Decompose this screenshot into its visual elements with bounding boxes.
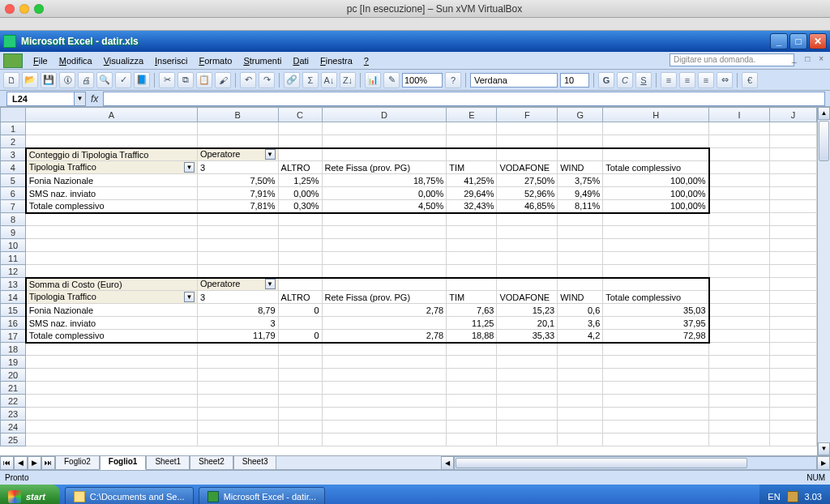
- cell-I4[interactable]: [709, 161, 770, 174]
- cell-I15[interactable]: [709, 304, 770, 317]
- cell-F8[interactable]: [497, 213, 558, 226]
- cell-B10[interactable]: [197, 239, 278, 252]
- cell-B1[interactable]: [197, 122, 278, 135]
- row-header-25[interactable]: 25: [1, 434, 26, 446]
- cell-E4[interactable]: TIM: [447, 161, 497, 174]
- cell-C15[interactable]: 0: [278, 304, 322, 317]
- cell-I5[interactable]: [709, 174, 770, 187]
- spreadsheet-grid[interactable]: ABCDEFGHIJ123Conteggio di Tipologia Traf…: [0, 107, 817, 446]
- cell-E20[interactable]: [447, 369, 497, 382]
- cell-B8[interactable]: [197, 213, 278, 226]
- scroll-thumb[interactable]: [819, 121, 829, 161]
- cell-C6[interactable]: 0,00%: [278, 187, 322, 200]
- cell-I10[interactable]: [709, 239, 770, 252]
- cell-C1[interactable]: [278, 122, 322, 135]
- cell-F23[interactable]: [497, 408, 558, 421]
- cell-G17[interactable]: 4,2: [558, 330, 603, 343]
- name-box-dropdown[interactable]: ▼: [75, 92, 86, 106]
- cell-A20[interactable]: [26, 369, 198, 382]
- cell-D2[interactable]: [322, 135, 447, 148]
- cell-E19[interactable]: [447, 356, 497, 369]
- cell-A1[interactable]: [26, 122, 198, 135]
- name-box[interactable]: L24: [6, 92, 75, 106]
- cell-G25[interactable]: [558, 434, 603, 446]
- cell-B12[interactable]: [197, 265, 278, 278]
- cell-C9[interactable]: [278, 226, 322, 239]
- cell-G20[interactable]: [558, 369, 603, 382]
- cell-J9[interactable]: [769, 226, 816, 239]
- cell-C23[interactable]: [278, 408, 322, 421]
- cell-G1[interactable]: [558, 122, 603, 135]
- cell-I2[interactable]: [709, 135, 770, 148]
- cell-J18[interactable]: [769, 343, 816, 356]
- cell-C19[interactable]: [278, 356, 322, 369]
- cell-G6[interactable]: 9,49%: [558, 187, 603, 200]
- cell-G23[interactable]: [558, 408, 603, 421]
- cell-D22[interactable]: [322, 395, 447, 408]
- cell-F12[interactable]: [497, 265, 558, 278]
- cell-J25[interactable]: [769, 434, 816, 446]
- cell-I6[interactable]: [709, 187, 770, 200]
- cell-G9[interactable]: [558, 226, 603, 239]
- cell-A24[interactable]: [26, 421, 198, 434]
- menu-dati[interactable]: Dati: [287, 53, 314, 68]
- cell-J15[interactable]: [769, 304, 816, 317]
- row-header-3[interactable]: 3: [1, 148, 26, 161]
- cell-C5[interactable]: 1,25%: [278, 174, 322, 187]
- tab-nav-last-icon[interactable]: ⏭: [41, 456, 55, 470]
- hyperlink-icon[interactable]: 🔗: [284, 72, 300, 88]
- cell-G16[interactable]: 3,6: [558, 317, 603, 330]
- print-preview-icon[interactable]: 🔍: [96, 72, 113, 88]
- new-icon[interactable]: 🗋: [3, 72, 19, 88]
- cell-C25[interactable]: [278, 434, 322, 446]
- bold-icon[interactable]: G: [598, 72, 614, 88]
- row-header-10[interactable]: 10: [1, 239, 26, 252]
- cell-F18[interactable]: [497, 343, 558, 356]
- currency-icon[interactable]: €: [742, 72, 758, 88]
- row-header-19[interactable]: 19: [1, 356, 26, 369]
- paste-icon[interactable]: 📋: [196, 72, 212, 88]
- sheet-tab-foglio2[interactable]: Foglio2: [55, 456, 100, 470]
- cell-G2[interactable]: [558, 135, 603, 148]
- cell-E18[interactable]: [447, 343, 497, 356]
- horizontal-scrollbar[interactable]: ◀ ▶: [441, 456, 830, 470]
- cell-F11[interactable]: [497, 252, 558, 265]
- cell-E24[interactable]: [447, 421, 497, 434]
- cell-A2[interactable]: [26, 135, 198, 148]
- cell-I7[interactable]: [709, 200, 770, 213]
- cell-J19[interactable]: [769, 356, 816, 369]
- column-header-J[interactable]: J: [769, 108, 816, 122]
- cell-J23[interactable]: [769, 408, 816, 421]
- scroll-up-icon[interactable]: ▲: [818, 107, 830, 120]
- cell-I21[interactable]: [709, 382, 770, 395]
- cell-H4[interactable]: Totale complessivo: [603, 161, 709, 174]
- cell-C18[interactable]: [278, 343, 322, 356]
- cell-J22[interactable]: [769, 395, 816, 408]
- cell-A6[interactable]: SMS naz. inviato: [26, 187, 198, 200]
- cell-A12[interactable]: [26, 265, 198, 278]
- pivot-dropdown-icon[interactable]: ▼: [265, 149, 276, 160]
- cell-A4[interactable]: Tipologia Traffico▼: [26, 161, 198, 174]
- minimize-window-mac[interactable]: [19, 4, 29, 14]
- cell-F16[interactable]: 20,1: [497, 317, 558, 330]
- cell-H7[interactable]: 100,00%: [603, 200, 709, 213]
- cell-C21[interactable]: [278, 382, 322, 395]
- scroll-down-icon[interactable]: ▼: [818, 442, 830, 455]
- row-header-21[interactable]: 21: [1, 382, 26, 395]
- cell-F3[interactable]: [497, 148, 558, 161]
- cell-B4[interactable]: 3: [197, 161, 278, 174]
- cell-B13[interactable]: Operatore▼: [197, 278, 278, 291]
- vertical-scrollbar[interactable]: ▲ ▼: [817, 107, 830, 455]
- cell-F15[interactable]: 15,23: [497, 304, 558, 317]
- row-header-7[interactable]: 7: [1, 200, 26, 213]
- cell-B24[interactable]: [197, 421, 278, 434]
- chart-wizard-icon[interactable]: 📊: [365, 72, 381, 88]
- sheet-tab-sheet2[interactable]: Sheet2: [190, 456, 233, 470]
- underline-icon[interactable]: S: [635, 72, 652, 88]
- cell-H2[interactable]: [603, 135, 709, 148]
- format-painter-icon[interactable]: 🖌: [215, 72, 231, 88]
- cell-D14[interactable]: Rete Fissa (prov. PG): [322, 291, 447, 304]
- start-button[interactable]: start: [0, 485, 60, 504]
- cell-C20[interactable]: [278, 369, 322, 382]
- cell-A9[interactable]: [26, 226, 198, 239]
